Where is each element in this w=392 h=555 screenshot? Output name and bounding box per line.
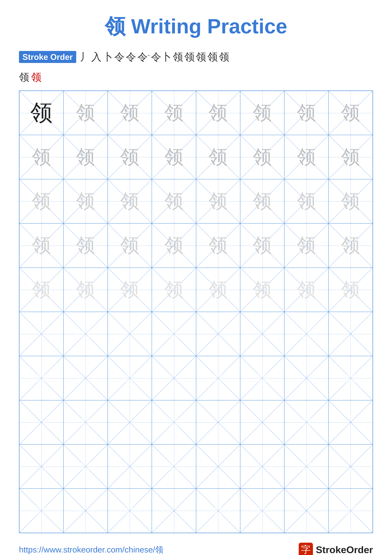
cell-char-3-5: 领 [253,233,272,258]
grid-cell-8-1[interactable] [64,445,107,489]
grid-cell-1-3[interactable]: 领 [152,135,196,179]
grid-cell-6-0[interactable] [19,356,64,400]
grid-cell-3-7[interactable]: 领 [328,223,373,268]
grid-cell-6-3[interactable] [152,356,196,400]
title-char: 领 [105,15,125,38]
grid-cell-5-3[interactable] [152,312,196,356]
grid-cell-7-7[interactable] [328,400,373,445]
grid-cell-1-4[interactable]: 领 [196,135,240,179]
stroke-8: 领 [173,50,183,64]
grid-cell-0-1[interactable]: 领 [64,91,107,135]
grid-cell-0-2[interactable]: 领 [108,91,152,135]
footer-url[interactable]: https://www.strokeorder.com/chinese/领 [19,544,163,555]
grid-cell-6-2[interactable] [108,356,152,400]
grid-cell-0-0[interactable]: 领 [19,91,64,135]
grid-cell-8-6[interactable] [284,445,328,489]
grid-cell-5-4[interactable] [196,312,240,356]
grid-cell-3-3[interactable]: 领 [152,223,196,268]
grid-cell-5-6[interactable] [284,312,328,356]
grid-cell-7-4[interactable] [196,400,240,445]
grid-cell-1-6[interactable]: 领 [284,135,328,179]
grid-cell-4-6[interactable]: 领 [284,268,328,312]
cell-char-4-3: 领 [164,277,183,303]
grid-cell-0-4[interactable]: 领 [196,91,240,135]
grid-cell-9-5[interactable] [240,489,284,533]
grid-cell-1-7[interactable]: 领 [328,135,373,179]
stroke-7: 令卜 [151,50,171,64]
grid-cell-7-5[interactable] [240,400,284,445]
grid-cell-2-4[interactable]: 领 [196,179,240,223]
cell-char-1-1: 领 [76,144,95,170]
grid-cell-2-2[interactable]: 领 [108,179,152,223]
grid-cell-2-7[interactable]: 领 [328,179,373,223]
stroke-order-section: Stroke Order 丿 入 卜 令 令 令- 令卜 领 领 领 领 领 [19,50,373,64]
grid-cell-3-6[interactable]: 领 [284,223,328,268]
grid-cell-3-4[interactable]: 领 [196,223,240,268]
grid-cell-1-5[interactable]: 领 [240,135,284,179]
cell-char-0-6: 领 [297,100,316,126]
grid-cell-9-2[interactable] [108,489,152,533]
grid-cell-6-7[interactable] [328,356,373,400]
grid-cell-7-0[interactable] [19,400,64,445]
grid-cell-8-7[interactable] [328,445,373,489]
grid-cell-5-5[interactable] [240,312,284,356]
grid-cell-0-7[interactable]: 领 [328,91,373,135]
stroke-3: 卜 [103,50,113,64]
grid-cell-3-0[interactable]: 领 [19,223,64,268]
grid-cell-1-0[interactable]: 领 [19,135,64,179]
grid-cell-8-0[interactable] [19,445,64,489]
grid-cell-3-2[interactable]: 领 [108,223,152,268]
grid-cell-7-1[interactable] [64,400,107,445]
stroke-11: 领 [207,50,218,64]
grid-cell-8-3[interactable] [152,445,196,489]
grid-cell-5-1[interactable] [64,312,107,356]
cell-char-3-0: 领 [32,233,51,258]
grid-cell-2-3[interactable]: 领 [152,179,196,223]
grid-cell-9-6[interactable] [284,489,328,533]
grid-cell-4-2[interactable]: 领 [108,268,152,312]
stroke-12: 领 [219,50,229,64]
grid-cell-2-1[interactable]: 领 [64,179,107,223]
cell-char-2-0: 领 [32,189,51,214]
grid-cell-9-3[interactable] [152,489,196,533]
grid-cell-5-7[interactable] [328,312,373,356]
grid-cell-8-2[interactable] [108,445,152,489]
grid-cell-0-5[interactable]: 领 [240,91,284,135]
grid-cell-4-3[interactable]: 领 [152,268,196,312]
grid-cell-6-4[interactable] [196,356,240,400]
page-title: 领 Writing Practice [19,13,373,41]
grid-cell-9-4[interactable] [196,489,240,533]
grid-cell-7-3[interactable] [152,400,196,445]
grid-cell-3-1[interactable]: 领 [64,223,107,268]
grid-cell-4-5[interactable]: 领 [240,268,284,312]
grid-cell-7-6[interactable] [284,400,328,445]
grid-cell-4-7[interactable]: 领 [328,268,373,312]
grid-cell-4-1[interactable]: 领 [64,268,107,312]
grid-cell-0-6[interactable]: 领 [284,91,328,135]
grid-cell-1-2[interactable]: 领 [108,135,152,179]
grid-cell-7-2[interactable] [108,400,152,445]
cell-char-1-0: 领 [32,144,51,170]
stroke-9: 领 [184,50,195,64]
grid-cell-2-6[interactable]: 领 [284,179,328,223]
footer: https://www.strokeorder.com/chinese/领 字 … [19,533,373,555]
grid-cell-3-5[interactable]: 领 [240,223,284,268]
grid-cell-6-5[interactable] [240,356,284,400]
grid-cell-0-3[interactable]: 领 [152,91,196,135]
cell-char-0-5: 领 [253,100,272,126]
logo-char: 字 [301,543,311,555]
grid-cell-6-6[interactable] [284,356,328,400]
grid-cell-6-1[interactable] [64,356,107,400]
grid-cell-5-0[interactable] [19,312,64,356]
grid-cell-2-0[interactable]: 领 [19,179,64,223]
grid-cell-5-2[interactable] [108,312,152,356]
grid-cell-9-0[interactable] [19,489,64,533]
grid-cell-9-7[interactable] [328,489,373,533]
grid-cell-4-4[interactable]: 领 [196,268,240,312]
grid-cell-2-5[interactable]: 领 [240,179,284,223]
grid-cell-4-0[interactable]: 领 [19,268,64,312]
grid-cell-8-5[interactable] [240,445,284,489]
grid-cell-1-1[interactable]: 领 [64,135,107,179]
grid-cell-8-4[interactable] [196,445,240,489]
grid-cell-9-1[interactable] [64,489,107,533]
